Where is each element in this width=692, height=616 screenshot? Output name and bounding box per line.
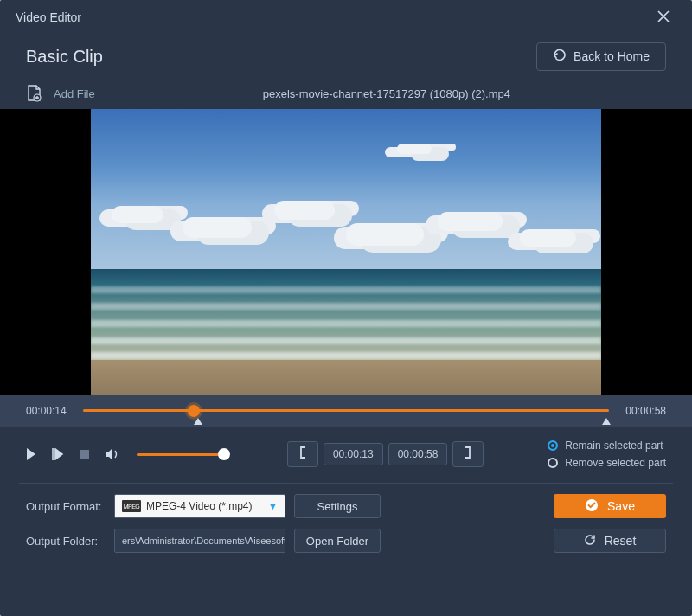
- current-filename: pexels-movie-channet-17517297 (1080p) (2…: [107, 87, 666, 100]
- mpeg-icon: MPEG: [122, 500, 141, 512]
- output-folder-label: Output Folder:: [26, 535, 106, 548]
- set-trim-end-button[interactable]: [452, 441, 484, 467]
- reset-icon: [584, 534, 596, 549]
- back-to-home-button[interactable]: Back to Home: [536, 42, 666, 71]
- play-icon[interactable]: [26, 448, 36, 460]
- add-file-button[interactable]: Add File: [54, 87, 95, 100]
- remove-selected-option[interactable]: Remove selected part: [548, 457, 666, 469]
- stop-icon[interactable]: [80, 449, 90, 459]
- timeline-row: 00:00:14 00:00:58: [0, 395, 692, 427]
- output-format-value: MPEG-4 Video (*.mp4): [146, 500, 253, 512]
- app-window: Video Editor Basic Clip Back to Home Add…: [0, 0, 692, 616]
- add-file-icon[interactable]: [26, 85, 42, 102]
- settings-label: Settings: [317, 500, 358, 513]
- trim-time-group: 00:00:13 00:00:58: [287, 441, 484, 467]
- current-time-label: 00:00:14: [26, 405, 74, 417]
- save-label: Save: [607, 499, 635, 513]
- remain-selected-option[interactable]: Remain selected part: [548, 440, 666, 452]
- open-folder-label: Open Folder: [306, 535, 368, 548]
- total-time-label: 00:00:58: [618, 405, 666, 417]
- step-forward-icon[interactable]: [52, 448, 64, 460]
- settings-button[interactable]: Settings: [294, 494, 381, 518]
- video-preview-frame[interactable]: [91, 109, 601, 395]
- volume-thumb[interactable]: [218, 448, 230, 460]
- reset-label: Reset: [605, 534, 637, 548]
- output-folder-value: ers\Administrator\Documents\Aiseesoft St…: [122, 536, 285, 546]
- chevron-down-icon: ▼: [268, 501, 278, 511]
- set-trim-start-button[interactable]: [287, 441, 318, 467]
- reset-button[interactable]: Reset: [554, 529, 666, 553]
- window-title: Video Editor: [16, 10, 81, 24]
- remain-label: Remain selected part: [565, 440, 663, 452]
- radio-on-icon: [548, 440, 558, 451]
- check-icon: [585, 498, 599, 515]
- trim-start-time[interactable]: 00:00:13: [324, 443, 383, 465]
- header-row: Basic Clip Back to Home: [0, 35, 692, 78]
- save-button[interactable]: Save: [554, 494, 666, 518]
- file-row: Add File pexels-movie-channet-17517297 (…: [0, 78, 692, 109]
- timeline-slider[interactable]: [83, 401, 609, 421]
- page-title: Basic Clip: [26, 47, 103, 67]
- close-icon[interactable]: [650, 5, 676, 30]
- video-preview-area: [0, 109, 692, 395]
- titlebar: Video Editor: [0, 0, 692, 35]
- timeline-playhead[interactable]: [188, 405, 200, 417]
- back-label: Back to Home: [573, 49, 650, 63]
- playback-group: [26, 448, 223, 460]
- output-format-label: Output Format:: [26, 500, 106, 513]
- output-folder-row: Output Folder: ers\Administrator\Documen…: [26, 529, 666, 553]
- trim-start-marker[interactable]: [194, 418, 202, 431]
- back-arrow-icon: [553, 49, 567, 64]
- output-format-row: Output Format: MPEG MPEG-4 Video (*.mp4)…: [26, 494, 666, 518]
- svg-rect-1: [80, 450, 89, 459]
- output-section: Output Format: MPEG MPEG-4 Video (*.mp4)…: [0, 485, 692, 567]
- open-folder-button[interactable]: Open Folder: [294, 529, 381, 553]
- playback-controls-row: 00:00:13 00:00:58 Remain selected part R…: [0, 427, 692, 481]
- divider: [19, 483, 673, 484]
- trim-end-time[interactable]: 00:00:58: [388, 443, 448, 465]
- volume-slider[interactable]: [137, 453, 223, 456]
- output-format-select[interactable]: MPEG MPEG-4 Video (*.mp4) ▼: [114, 494, 285, 518]
- output-folder-field[interactable]: ers\Administrator\Documents\Aiseesoft St…: [114, 529, 285, 553]
- volume-icon[interactable]: [106, 448, 121, 460]
- remove-label: Remove selected part: [565, 457, 666, 469]
- trim-end-marker[interactable]: [602, 418, 611, 431]
- selection-mode-group: Remain selected part Remove selected par…: [548, 440, 666, 469]
- radio-off-icon: [548, 458, 558, 468]
